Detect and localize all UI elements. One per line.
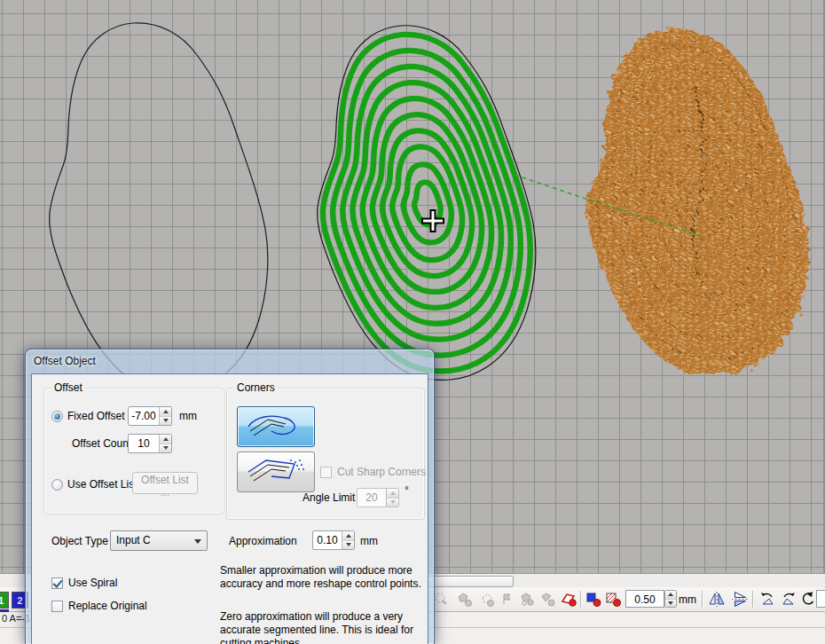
blue-square-red-circle-icon[interactable] [585,591,602,608]
green-spiral-object[interactable] [318,26,536,380]
fixed-offset-spinbox: -7.00 [128,406,172,426]
approximation-up-button[interactable] [342,531,354,541]
disabled-shape-tool-icon-3 [479,591,496,608]
rotate-circular-icon[interactable] [799,591,817,608]
toolbar-partial-input[interactable] [816,590,825,608]
brown-stitch-object[interactable] [586,28,809,375]
sharp-corners-icon [245,457,307,487]
rotate-cw-icon[interactable] [779,591,798,608]
offset-group-label: Offset [51,381,85,394]
dialog-title-bar[interactable]: Offset Object [26,349,434,373]
offset-object-dialog: Offset Object Offset Fixed Offset -7.00 … [25,349,435,644]
approximation-label: Approximation [229,535,297,548]
use-offset-list-label: Use Offset List [67,478,137,491]
swatch-1-label: 1 [0,595,4,606]
dialog-title: Offset Object [34,355,96,367]
toolbar-value-input[interactable]: 0.50 [625,590,664,608]
replace-original-checkbox[interactable] [51,601,63,612]
offset-count-up-button[interactable] [160,435,171,444]
use-spiral-checkbox[interactable] [51,577,63,589]
sharp-corners-button[interactable] [237,452,315,492]
disabled-shape-tool-icon-2 [456,591,473,608]
fixed-offset-up-button[interactable] [160,407,171,417]
toolbar-value-spinner[interactable] [664,590,677,608]
offset-count-label: Offset Count [72,437,131,451]
use-offset-list-radio[interactable] [51,479,63,491]
toolbar-separator [702,591,703,608]
offset-list-button: Offset List ... [132,472,198,494]
cut-sharp-corners-label: Cut Sharp Corners [337,466,426,479]
offset-count-input[interactable]: 10 [129,435,159,452]
toolbar-unit-label: mm [679,593,696,606]
approximation-help-text-1: Smaller approximation will produce more … [220,564,422,591]
selected-swatch-underline [0,609,9,612]
rotate-ccw-icon[interactable] [758,591,777,608]
angle-limit-down-button [387,499,398,507]
mirror-horizontal-icon[interactable] [707,591,727,608]
angle-limit-input: 20 [358,489,386,507]
fixed-offset-label: Fixed Offset [67,410,124,423]
disabled-shape-tool-icon-6 [539,591,556,608]
dialog-client-area: Offset Fixed Offset -7.00 mm Offset Coun… [31,373,428,644]
chevron-down-icon [194,539,201,544]
spinner-down-button[interactable] [665,600,676,608]
use-spiral-label: Use Spiral [68,577,117,590]
toolbar-separator [580,591,582,608]
color-swatch-1[interactable]: 1 [0,592,9,609]
disabled-shape-tool-icon-4 [499,591,516,608]
disabled-shape-tool-icon-5 [519,591,536,608]
approximation-down-button[interactable] [342,541,354,550]
fixed-offset-radio[interactable] [51,411,63,422]
angle-limit-spinbox: 20 [357,488,399,507]
offset-count-down-button[interactable] [160,444,171,453]
application-window: 0.50 mm 1 2 0 A=-14 [0,0,825,644]
swatch-2-label: 2 [17,595,22,606]
disabled-shape-tool-icon-1 [433,591,450,608]
toolbar-separator [752,591,754,608]
replace-original-label: Replace Original [68,600,147,613]
cut-sharp-corners-checkbox [320,467,332,478]
angle-limit-unit-label: ° [405,484,409,498]
approximation-input[interactable]: 0.10 [313,531,342,549]
object-type-label: Object Type [51,535,108,548]
mirror-vertical-icon[interactable] [730,591,750,608]
approximation-spinbox: 0.10 [312,530,355,550]
hatched-square-red-circle-icon[interactable] [605,591,622,608]
angle-limit-up-button [387,489,398,499]
red-outline-shape-circle-icon[interactable] [561,591,578,608]
round-corners-icon [245,412,307,442]
outline-blob-object[interactable] [50,23,268,392]
offset-count-spinbox: 10 [128,434,172,453]
corners-group-label: Corners [234,381,278,394]
object-type-combobox[interactable]: Input C [110,530,208,551]
fixed-offset-input[interactable]: -7.00 [129,407,159,425]
approximation-help-text-2: Zero approximation will produce a very a… [220,610,422,644]
object-type-value: Input C [116,534,151,546]
spinner-up-button[interactable] [665,591,676,600]
approximation-unit-label: mm [360,535,378,548]
round-corners-button[interactable] [237,406,315,447]
angle-limit-label: Angle Limit [302,491,355,505]
fixed-offset-unit-label: mm [179,410,197,423]
fixed-offset-down-button[interactable] [160,417,171,426]
scrollbar-thumb[interactable] [428,576,514,587]
